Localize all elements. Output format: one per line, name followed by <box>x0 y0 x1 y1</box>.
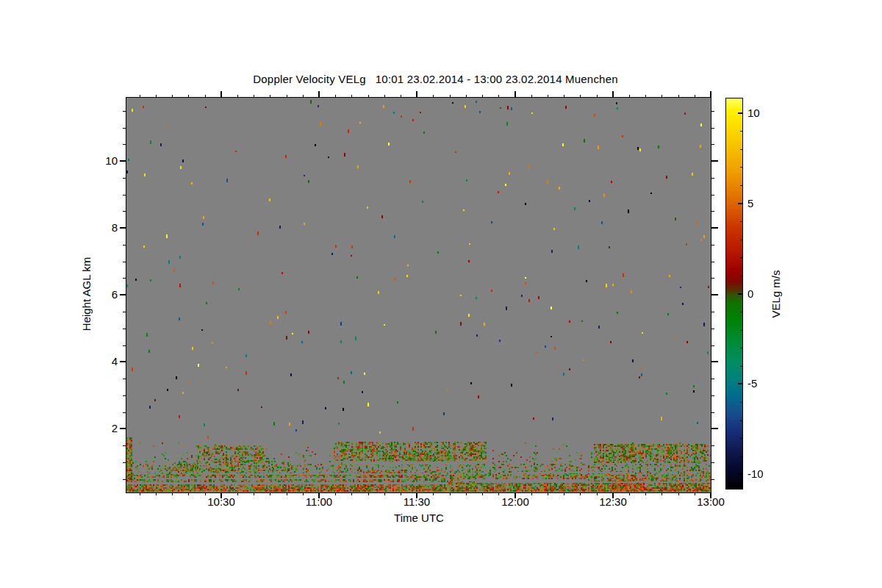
tick-mark <box>335 95 336 98</box>
tick-mark <box>514 91 516 98</box>
tick-mark <box>270 492 270 495</box>
tick-mark <box>711 178 714 179</box>
tick-mark <box>711 144 714 145</box>
tick-mark <box>711 262 714 262</box>
tick-mark <box>156 492 157 495</box>
tick-mark <box>711 111 714 112</box>
tick-mark <box>140 492 140 495</box>
tick-mark <box>482 95 483 98</box>
tick-mark <box>287 492 287 495</box>
tick-mark <box>548 95 548 98</box>
colorbar-tick-label: -5 <box>747 377 780 390</box>
tick-mark <box>740 149 742 150</box>
colorbar-tick-label: 5 <box>747 197 780 209</box>
tick-mark <box>711 395 714 396</box>
tick-mark <box>662 492 662 495</box>
tick-mark <box>188 492 189 495</box>
tick-mark <box>384 95 385 98</box>
tick-mark <box>711 160 718 162</box>
tick-mark <box>220 91 222 98</box>
tick-mark <box>123 211 126 212</box>
x-tick-label: 13:00 <box>687 495 734 508</box>
tick-mark <box>123 312 126 312</box>
tick-mark <box>597 95 598 98</box>
plot-area <box>126 97 711 493</box>
tick-mark <box>564 492 564 495</box>
x-tick-label: 11:00 <box>295 495 343 508</box>
tick-mark <box>740 167 742 168</box>
tick-mark <box>254 492 254 495</box>
tick-mark <box>172 492 173 495</box>
tick-mark <box>738 473 742 475</box>
tick-mark <box>740 420 742 421</box>
tick-mark <box>740 131 742 132</box>
y-tick-label: 2 <box>74 422 118 434</box>
tick-mark <box>564 95 564 98</box>
tick-mark <box>711 211 714 212</box>
x-tick-label: 12:30 <box>589 495 637 508</box>
tick-mark <box>711 445 714 446</box>
tick-mark <box>612 91 614 98</box>
chart-title: Doppler Velocity VELg 10:01 23.02.2014 -… <box>125 73 746 85</box>
tick-mark <box>531 95 532 98</box>
tick-mark <box>123 128 126 129</box>
tick-mark <box>645 492 646 495</box>
tick-mark <box>580 95 581 98</box>
tick-mark <box>740 330 742 331</box>
tick-mark <box>711 278 714 279</box>
tick-mark <box>351 95 352 98</box>
tick-mark <box>711 128 714 129</box>
tick-mark <box>123 395 126 396</box>
tick-mark <box>172 95 173 98</box>
tick-mark <box>711 361 718 362</box>
tick-mark <box>401 95 401 98</box>
colorbar-tick-label: 0 <box>747 287 780 300</box>
y-tick-label: 4 <box>74 355 118 368</box>
tick-mark <box>123 111 126 112</box>
tick-mark <box>123 278 126 279</box>
tick-mark <box>254 95 254 98</box>
tick-mark <box>123 245 126 245</box>
tick-mark <box>318 91 320 98</box>
colorbar-tick-label: -10 <box>747 467 780 480</box>
tick-mark <box>303 95 304 98</box>
tick-mark <box>123 379 126 379</box>
tick-mark <box>711 345 714 346</box>
tick-mark <box>711 412 714 413</box>
y-tick-label: 6 <box>74 288 118 301</box>
tick-mark <box>466 492 467 495</box>
tick-mark <box>120 428 126 429</box>
tick-mark <box>433 95 434 98</box>
tick-mark <box>678 492 679 495</box>
tick-mark <box>237 95 238 98</box>
tick-mark <box>482 492 483 495</box>
tick-mark <box>738 203 742 204</box>
tick-mark <box>123 329 126 329</box>
tick-mark <box>450 492 451 495</box>
tick-mark <box>740 221 742 222</box>
x-tick-label: 11:30 <box>393 495 440 508</box>
tick-mark <box>711 329 714 329</box>
tick-mark <box>740 402 742 403</box>
tick-mark <box>740 185 742 186</box>
tick-mark <box>740 366 742 367</box>
tick-mark <box>740 438 742 439</box>
x-tick-label: 12:00 <box>492 495 539 508</box>
tick-mark <box>123 178 126 179</box>
x-axis-title: Time UTC <box>345 512 492 524</box>
tick-mark <box>466 95 467 98</box>
tick-mark <box>416 91 417 98</box>
tick-mark <box>711 245 714 245</box>
tick-mark <box>351 492 352 495</box>
tick-mark <box>711 312 714 312</box>
tick-mark <box>205 95 206 98</box>
tick-mark <box>711 462 714 463</box>
tick-mark <box>738 293 742 295</box>
tick-mark <box>740 312 742 312</box>
tick-mark <box>120 294 126 295</box>
tick-mark <box>740 348 742 348</box>
heatmap-canvas <box>126 98 711 492</box>
tick-mark <box>711 227 718 229</box>
tick-mark <box>287 95 287 98</box>
tick-mark <box>123 144 126 145</box>
